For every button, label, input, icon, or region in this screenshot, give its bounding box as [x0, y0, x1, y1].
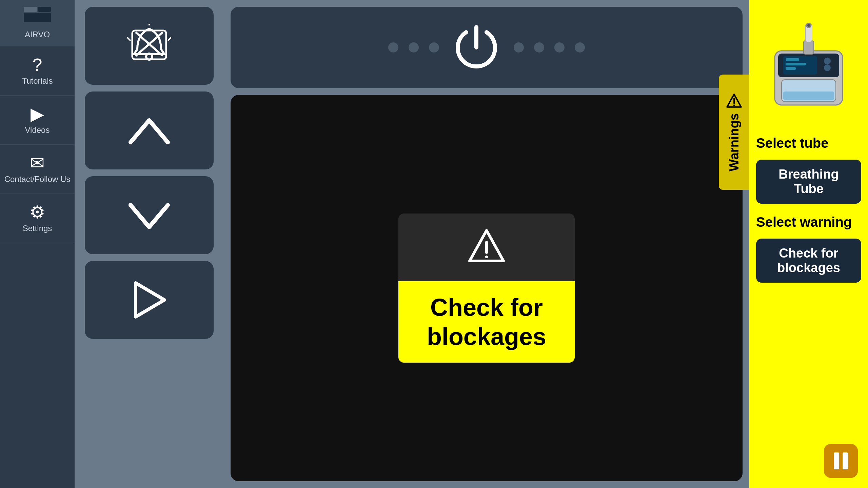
select-tube-label: Select tube: [756, 136, 861, 151]
sidebar-item-contact[interactable]: ✉ Contact/Follow Us: [0, 145, 75, 194]
controls-column: [75, 0, 224, 488]
svg-point-13: [733, 104, 735, 106]
select-warning-label: Select warning: [756, 215, 861, 230]
power-bar[interactable]: [231, 7, 743, 88]
sidebar-item-label-contact: Contact/Follow Us: [4, 175, 71, 184]
svg-line-3: [127, 37, 131, 41]
svg-rect-17: [786, 58, 799, 61]
check-blockages-button[interactable]: Check for blockages: [756, 239, 861, 283]
alarm-icon: [127, 24, 171, 68]
svg-point-10: [485, 256, 488, 258]
power-dots-container: [231, 20, 743, 75]
play-forward-icon: [127, 278, 171, 322]
device-image-area: [749, 0, 868, 129]
dot-6: [554, 42, 565, 53]
warning-triangle-box: [398, 214, 575, 281]
airvo-grid-icon: [24, 7, 51, 27]
sidebar-item-label-settings: Settings: [23, 224, 52, 233]
play-icon: ▶: [31, 105, 44, 123]
svg-point-21: [824, 64, 831, 71]
dot-7: [575, 42, 585, 53]
svg-point-27: [807, 24, 810, 27]
question-icon: ?: [33, 56, 42, 74]
sidebar-item-label-videos: Videos: [25, 125, 50, 135]
sidebar-item-videos[interactable]: ▶ Videos: [0, 96, 75, 145]
sidebar-item-settings[interactable]: ⚙ Settings: [0, 194, 75, 243]
right-panel-content: Select tube Breathing Tube Select warnin…: [749, 129, 868, 289]
dot-1: [388, 42, 398, 53]
svg-rect-18: [786, 63, 806, 65]
warnings-tab-triangle-icon: [726, 93, 743, 110]
dot-3: [429, 42, 439, 53]
mail-icon: ✉: [30, 154, 45, 172]
alarm-mute-button[interactable]: [85, 7, 214, 85]
warning-content: Check for blockages: [398, 214, 575, 363]
up-button[interactable]: [85, 92, 214, 169]
sidebar-item-airvo[interactable]: AIRVO: [0, 0, 75, 46]
svg-rect-23: [783, 92, 834, 100]
sidebar-item-label-tutorials: Tutorials: [22, 76, 53, 86]
dot-2: [409, 42, 419, 53]
chevron-down-icon: [127, 193, 171, 237]
warnings-tab-label: Warnings: [727, 113, 742, 171]
right-panel: Warnings: [749, 0, 868, 488]
warning-text-box: Check for blockages: [398, 281, 575, 363]
svg-marker-7: [136, 283, 164, 317]
dot-5: [534, 42, 544, 53]
sidebar: AIRVO ? Tutorials ▶ Videos ✉ Contact/Fol…: [0, 0, 75, 488]
dot-4: [514, 42, 524, 53]
warnings-tab[interactable]: Warnings: [719, 75, 749, 190]
breathing-tube-button[interactable]: Breathing Tube: [756, 160, 861, 204]
display-screen: Check for blockages: [231, 95, 743, 481]
svg-line-4: [168, 37, 171, 41]
gear-icon: ⚙: [29, 203, 45, 221]
pause-icon: [834, 452, 848, 469]
svg-rect-19: [786, 67, 796, 70]
chevron-up-icon: [127, 108, 171, 152]
svg-point-20: [824, 58, 831, 64]
down-button[interactable]: [85, 176, 214, 254]
warning-text: Check for blockages: [412, 293, 561, 351]
sidebar-item-tutorials[interactable]: ? Tutorials: [0, 46, 75, 96]
pause-button[interactable]: [824, 444, 858, 478]
main-area: Check for blockages: [224, 0, 749, 488]
sidebar-item-label-airvo: AIRVO: [25, 30, 50, 39]
warning-triangle-icon: [466, 227, 507, 268]
play-forward-button[interactable]: [85, 261, 214, 339]
cpap-device-icon: [765, 17, 853, 112]
power-icon: [449, 20, 504, 75]
